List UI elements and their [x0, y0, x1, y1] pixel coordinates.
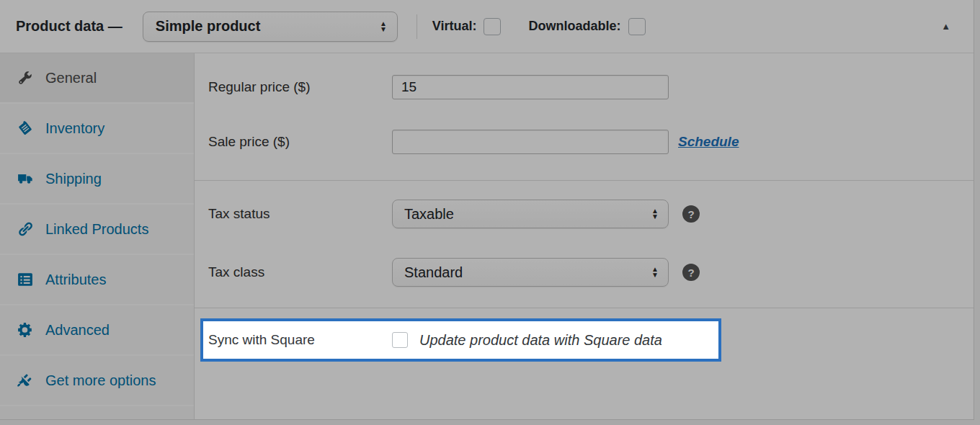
- tab-attributes[interactable]: Attributes: [0, 255, 194, 305]
- select-arrows-icon: ▲ ▼: [380, 21, 387, 32]
- header-divider: [416, 14, 417, 39]
- tax-status-value: Taxable: [404, 206, 454, 223]
- tab-inventory[interactable]: Inventory: [0, 104, 194, 154]
- page: Product data — Simple product ▲ ▼ Virtua…: [0, 0, 980, 425]
- tag-icon: [17, 120, 33, 136]
- tab-label: Get more options: [45, 372, 156, 389]
- product-data-metabox: Product data — Simple product ▲ ▼ Virtua…: [0, 0, 974, 420]
- downloadable-label: Downloadable:: [528, 19, 620, 34]
- help-icon[interactable]: ?: [682, 264, 700, 281]
- product-type-select[interactable]: Simple product ▲ ▼: [143, 12, 398, 42]
- sync-with-square-checkbox[interactable]: [392, 332, 408, 348]
- tab-general[interactable]: General: [0, 53, 194, 104]
- tax-class-label: Tax class: [208, 264, 392, 280]
- metabox-header: Product data — Simple product ▲ ▼ Virtua…: [0, 0, 974, 53]
- tax-class-row: Tax class Standard ▲ ▼ ?: [195, 258, 974, 287]
- collapse-toggle-icon[interactable]: ▲: [937, 17, 955, 36]
- sale-price-input[interactable]: [392, 130, 669, 154]
- gear-icon: [17, 322, 33, 338]
- square-sync-group: Sync with Square Update product data wit…: [195, 308, 974, 376]
- tab-label: Shipping: [45, 171, 102, 187]
- tax-class-select[interactable]: Standard ▲ ▼: [392, 258, 669, 287]
- truck-icon: [17, 171, 33, 187]
- sale-price-label: Sale price ($): [208, 134, 392, 150]
- sale-price-row: Sale price ($) Schedule: [195, 130, 974, 154]
- sync-with-square-label: Sync with Square: [208, 332, 392, 348]
- tax-status-select[interactable]: Taxable ▲ ▼: [392, 200, 669, 228]
- regular-price-label: Regular price ($): [208, 79, 392, 95]
- tax-group: Tax status Taxable ▲ ▼ ? Tax class: [195, 180, 974, 308]
- tab-shipping[interactable]: Shipping: [0, 154, 194, 205]
- tab-label: General: [45, 70, 97, 86]
- tax-class-value: Standard: [404, 264, 463, 281]
- tab-label: Advanced: [45, 322, 110, 339]
- help-icon[interactable]: ?: [682, 205, 700, 223]
- link-icon: [17, 221, 33, 237]
- general-panel: Regular price ($) Sale price ($) Schedul…: [195, 53, 974, 419]
- tab-advanced[interactable]: Advanced: [0, 305, 194, 356]
- pricing-group: Regular price ($) Sale price ($) Schedul…: [195, 53, 974, 180]
- metabox-title: Product data —: [16, 18, 122, 35]
- schedule-link[interactable]: Schedule: [678, 134, 739, 150]
- metabox-body: General Inventory Shipping: [0, 53, 974, 419]
- plug-icon: [17, 372, 33, 388]
- select-arrows-icon: ▲ ▼: [651, 208, 659, 220]
- tax-status-label: Tax status: [208, 206, 392, 222]
- product-data-tabs: General Inventory Shipping: [0, 53, 195, 419]
- tab-label: Inventory: [45, 120, 104, 137]
- product-type-value: Simple product: [156, 18, 261, 35]
- sync-with-square-description: Update product data with Square data: [419, 332, 662, 349]
- virtual-checkbox[interactable]: [484, 18, 501, 35]
- regular-price-input[interactable]: [392, 75, 669, 99]
- tab-get-more-options[interactable]: Get more options: [0, 356, 194, 406]
- tab-label: Linked Products: [45, 221, 148, 238]
- virtual-label: Virtual:: [432, 19, 477, 34]
- tab-linked-products[interactable]: Linked Products: [0, 205, 194, 255]
- attributes-icon: [17, 272, 33, 287]
- wrench-icon: [17, 70, 33, 86]
- select-arrows-icon: ▲ ▼: [651, 267, 659, 278]
- tax-status-row: Tax status Taxable ▲ ▼ ?: [195, 200, 974, 228]
- sync-with-square-row-highlighted: Sync with Square Update product data wit…: [200, 318, 721, 362]
- downloadable-checkbox[interactable]: [628, 18, 646, 35]
- regular-price-row: Regular price ($): [195, 75, 974, 99]
- tab-label: Attributes: [45, 272, 106, 288]
